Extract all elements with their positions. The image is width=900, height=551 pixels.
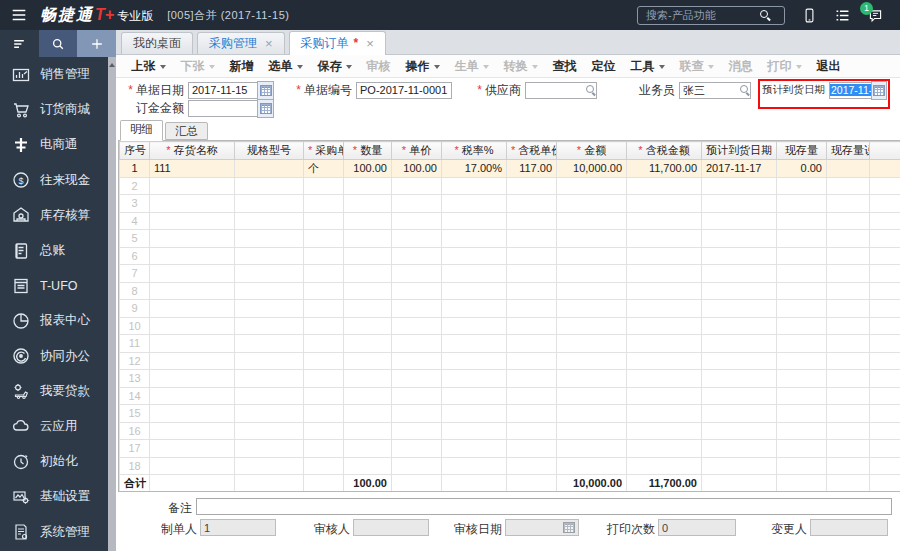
tab-3[interactable]: 采购订单*× [289, 31, 386, 55]
grid-cell[interactable]: 个 [304, 160, 344, 178]
grid-cell[interactable] [442, 440, 507, 458]
grid-cell[interactable] [627, 370, 702, 388]
sidebar-item-cloud[interactable]: 云应用 [0, 409, 108, 444]
grid-cell[interactable] [777, 300, 827, 318]
grid-cell[interactable] [702, 317, 777, 335]
grid-cell[interactable] [777, 335, 827, 353]
grid-cell[interactable] [507, 317, 557, 335]
grid-cell[interactable] [392, 282, 442, 300]
grid-cell[interactable] [702, 282, 777, 300]
sidebar-item-ecommerce[interactable]: 电商通 [0, 127, 108, 162]
grid-cell[interactable] [870, 335, 900, 353]
tasklist-icon[interactable] [834, 7, 851, 24]
grid-cell[interactable] [507, 212, 557, 230]
grid-cell[interactable] [304, 352, 344, 370]
grid-cell[interactable] [627, 230, 702, 248]
grid-cell[interactable] [304, 335, 344, 353]
grid-cell[interactable] [507, 440, 557, 458]
sidebar-item-collab[interactable]: 协同办公 [0, 339, 108, 374]
sidebar-scrollbar[interactable] [108, 57, 116, 551]
grid-cell[interactable] [777, 282, 827, 300]
grid-cell[interactable] [150, 212, 235, 230]
grid-cell[interactable] [777, 212, 827, 230]
grid-cell[interactable] [442, 212, 507, 230]
grid-cell[interactable] [392, 265, 442, 283]
grid-cell[interactable] [827, 457, 870, 475]
grid-cell[interactable] [392, 335, 442, 353]
grid-cell[interactable] [702, 335, 777, 353]
detail-tab-2[interactable]: 汇总 [165, 122, 208, 140]
grid-cell[interactable] [344, 300, 392, 318]
grid-cell[interactable] [150, 422, 235, 440]
grid-cell[interactable] [150, 265, 235, 283]
grid-cell[interactable] [235, 230, 304, 248]
grid-cell[interactable] [870, 195, 900, 213]
sidebar-item-settings[interactable]: 基础设置 [0, 479, 108, 514]
grid-cell[interactable] [392, 352, 442, 370]
sidebar-item-report[interactable]: T-UFO [0, 268, 108, 303]
grid-cell[interactable] [344, 440, 392, 458]
grid-cell[interactable] [627, 352, 702, 370]
grid-cell[interactable] [344, 387, 392, 405]
grid-cell[interactable] [235, 422, 304, 440]
grid-cell[interactable] [442, 335, 507, 353]
toolbar-button[interactable]: 查找 [545, 58, 584, 75]
doc-no-input[interactable] [357, 84, 451, 97]
grid-cell[interactable] [557, 177, 627, 195]
grid-cell[interactable] [702, 247, 777, 265]
grid-cell[interactable] [235, 370, 304, 388]
grid-cell[interactable] [150, 457, 235, 475]
grid-cell[interactable] [870, 352, 900, 370]
grid-cell[interactable] [627, 247, 702, 265]
grid-cell[interactable] [304, 422, 344, 440]
grid-cell[interactable] [344, 317, 392, 335]
grid-cell[interactable] [702, 212, 777, 230]
toolbar-button[interactable]: 上张 [124, 58, 173, 75]
grid-cell[interactable] [827, 195, 870, 213]
grid-cell[interactable] [702, 177, 777, 195]
grid-cell[interactable] [392, 230, 442, 248]
grid-cell[interactable] [442, 265, 507, 283]
grid-cell[interactable] [442, 387, 507, 405]
grid-cell[interactable] [235, 440, 304, 458]
remark-input[interactable] [196, 498, 892, 515]
grid-cell[interactable] [507, 422, 557, 440]
grid-cell[interactable] [827, 335, 870, 353]
grid-cell[interactable] [150, 352, 235, 370]
sidebar-item-clock[interactable]: 初始化 [0, 444, 108, 479]
grid-cell[interactable] [304, 177, 344, 195]
grid-cell[interactable] [702, 387, 777, 405]
grid-cell[interactable] [235, 247, 304, 265]
grid-cell[interactable] [304, 282, 344, 300]
grid-cell[interactable] [827, 265, 870, 283]
grid-cell[interactable] [870, 177, 900, 195]
sidebar-item-system[interactable]: 系统管理 [0, 514, 108, 549]
grid-cell[interactable] [827, 160, 870, 178]
grid-cell[interactable] [870, 387, 900, 405]
grid-cell[interactable] [870, 457, 900, 475]
salesman-lookup-icon[interactable] [740, 85, 748, 96]
grid-cell[interactable] [344, 405, 392, 423]
menu-icon[interactable] [10, 6, 28, 24]
sidebar-search-icon[interactable] [39, 30, 78, 57]
toolbar-button[interactable]: 退出 [809, 58, 848, 75]
grid-cell[interactable] [702, 195, 777, 213]
grid-cell[interactable] [870, 247, 900, 265]
grid-cell[interactable] [304, 212, 344, 230]
grid-cell[interactable] [870, 440, 900, 458]
grid-cell[interactable] [507, 300, 557, 318]
grid-cell[interactable] [344, 282, 392, 300]
grid-cell[interactable] [442, 370, 507, 388]
grid-cell[interactable] [627, 265, 702, 283]
grid-cell[interactable] [827, 247, 870, 265]
grid-cell[interactable] [557, 247, 627, 265]
doc-date-calendar-button[interactable] [257, 81, 274, 100]
grid-cell[interactable] [827, 387, 870, 405]
grid-cell[interactable] [442, 405, 507, 423]
grid-cell[interactable] [442, 352, 507, 370]
grid-cell[interactable] [344, 457, 392, 475]
supplier-lookup-icon[interactable] [586, 85, 594, 96]
grid-cell[interactable] [777, 405, 827, 423]
toolbar-button[interactable]: 选单 [261, 58, 310, 75]
grid-cell[interactable] [777, 230, 827, 248]
